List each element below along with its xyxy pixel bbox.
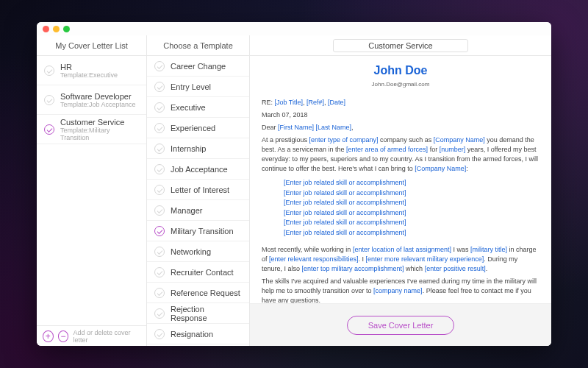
date-line: March 07, 2018 bbox=[262, 110, 539, 120]
footer-hint: Add or delete cover letter bbox=[73, 329, 140, 344]
paragraph-2: Most recently, while working in [enter l… bbox=[262, 245, 539, 274]
check-icon bbox=[154, 288, 165, 298]
template-label: Internship bbox=[171, 144, 206, 153]
document-body[interactable]: John Doe John.Doe@gmail.com RE: [Job Tit… bbox=[250, 56, 551, 303]
check-icon bbox=[44, 95, 54, 105]
template-item[interactable]: Resignation bbox=[147, 324, 249, 344]
check-icon bbox=[154, 226, 165, 236]
template-list-panel: Choose a Template Career ChangeEntry Lev… bbox=[147, 35, 250, 346]
template-label: Reference Request bbox=[171, 289, 240, 297]
placeholder: [Last Name] bbox=[316, 124, 352, 131]
template-item[interactable]: Experienced bbox=[147, 118, 249, 138]
item-template: Template:Executive bbox=[60, 71, 118, 79]
placeholder: [Ref#] bbox=[306, 99, 324, 106]
app-window: My Cover Letter List HRTemplate:Executiv… bbox=[37, 22, 551, 346]
check-icon bbox=[154, 267, 165, 277]
cover-letter-list-heading: My Cover Letter List bbox=[37, 35, 146, 56]
template-label: Recruiter Contact bbox=[171, 268, 234, 277]
template-label: Job Acceptance bbox=[171, 165, 228, 174]
cover-letter-item[interactable]: HRTemplate:Executive bbox=[37, 56, 146, 85]
template-list-heading: Choose a Template bbox=[147, 35, 249, 56]
check-icon bbox=[154, 308, 165, 319]
template-item[interactable]: Manager bbox=[147, 200, 249, 221]
cover-letter-item[interactable]: Software DeveloperTemplate:Job Acceptanc… bbox=[37, 85, 146, 115]
delete-cover-letter-button[interactable]: − bbox=[58, 330, 69, 342]
cover-letter-item[interactable]: Customer ServiceTemplate:Military Transi… bbox=[37, 115, 146, 144]
check-icon bbox=[154, 205, 165, 216]
template-item[interactable]: Recruiter Contact bbox=[147, 262, 249, 283]
item-template: Template:Job Acceptance bbox=[60, 101, 136, 108]
template-list: Career ChangeEntry LevelExecutiveExperie… bbox=[147, 56, 249, 346]
template-label: Manager bbox=[171, 206, 202, 215]
template-item[interactable]: Internship bbox=[147, 138, 249, 159]
template-item[interactable]: Letter of Interest bbox=[147, 180, 249, 200]
item-name: Software Developer bbox=[60, 92, 136, 101]
placeholder: [Job Title] bbox=[275, 99, 304, 106]
item-name: HR bbox=[60, 63, 118, 71]
bullet-item: [Enter job related skill or accomplishme… bbox=[284, 178, 539, 188]
template-item[interactable]: Rejection Response bbox=[147, 303, 249, 324]
check-icon bbox=[154, 123, 165, 133]
template-item[interactable]: Job Acceptance bbox=[147, 159, 249, 180]
paragraph-1: At a prestigious [enter type of company]… bbox=[262, 135, 539, 174]
template-label: Entry Level bbox=[171, 82, 211, 91]
close-icon[interactable] bbox=[43, 26, 49, 32]
check-icon bbox=[154, 164, 165, 174]
template-label: Letter of Interest bbox=[171, 185, 229, 194]
template-item[interactable]: Reference Request bbox=[147, 283, 249, 303]
placeholder: [First Name] bbox=[278, 124, 314, 131]
bullet-item: [Enter job related skill or accomplishme… bbox=[284, 228, 539, 238]
check-icon bbox=[154, 102, 165, 113]
placeholder: [Date] bbox=[328, 99, 345, 106]
check-icon bbox=[154, 144, 165, 154]
greeting-line: Dear [First Name] [Last Name], bbox=[262, 123, 539, 132]
item-name: Customer Service bbox=[60, 118, 139, 127]
cover-letter-list-footer: + − Add or delete cover letter bbox=[37, 325, 146, 346]
bullet-item: [Enter job related skill or accomplishme… bbox=[284, 218, 539, 228]
main-columns: My Cover Letter List HRTemplate:Executiv… bbox=[37, 35, 551, 346]
document-footer: Save Cover Letter bbox=[250, 303, 551, 346]
check-icon bbox=[154, 329, 165, 339]
cover-letter-list: HRTemplate:ExecutiveSoftware DeveloperTe… bbox=[37, 56, 146, 325]
bullet-list: [Enter job related skill or accomplishme… bbox=[262, 177, 539, 242]
template-item[interactable]: Executive bbox=[147, 97, 249, 118]
document-header bbox=[250, 35, 551, 56]
re-line: RE: [Job Title], [Ref#], [Date] bbox=[262, 98, 539, 107]
template-label: Career Change bbox=[171, 62, 226, 71]
minimize-icon[interactable] bbox=[53, 26, 60, 32]
paragraph-3: The skills I've acquired and valuable ex… bbox=[262, 277, 539, 303]
add-cover-letter-button[interactable]: + bbox=[43, 330, 54, 342]
check-icon bbox=[154, 185, 165, 195]
applicant-email: John.Doe@gmail.com bbox=[262, 80, 539, 89]
check-icon bbox=[154, 247, 165, 257]
template-item[interactable]: Military Transition bbox=[147, 221, 249, 241]
cover-letter-list-panel: My Cover Letter List HRTemplate:Executiv… bbox=[37, 35, 147, 346]
template-label: Executive bbox=[171, 103, 206, 112]
item-template: Template:Military Transition bbox=[60, 127, 139, 141]
template-item[interactable]: Entry Level bbox=[147, 77, 249, 97]
bullet-item: [Enter job related skill or accomplishme… bbox=[284, 198, 539, 208]
template-item[interactable]: Networking bbox=[147, 241, 249, 262]
check-icon bbox=[44, 124, 54, 135]
template-label: Networking bbox=[171, 247, 211, 256]
template-label: Experienced bbox=[171, 124, 215, 132]
check-icon bbox=[154, 82, 165, 92]
template-item[interactable]: Career Change bbox=[147, 56, 249, 77]
check-icon bbox=[44, 66, 54, 76]
template-label: Resignation bbox=[171, 330, 213, 339]
bullet-item: [Enter job related skill or accomplishme… bbox=[284, 188, 539, 199]
template-label: Rejection Response bbox=[171, 305, 242, 322]
document-title-input[interactable] bbox=[333, 39, 468, 52]
bullet-item: [Enter job related skill or accomplishme… bbox=[284, 208, 539, 219]
save-button[interactable]: Save Cover Letter bbox=[347, 316, 455, 335]
window-titlebar bbox=[37, 22, 551, 35]
document-panel: John Doe John.Doe@gmail.com RE: [Job Tit… bbox=[250, 35, 551, 346]
maximize-icon[interactable] bbox=[63, 26, 70, 32]
check-icon bbox=[154, 61, 165, 71]
applicant-name: John Doe bbox=[262, 62, 539, 79]
template-label: Military Transition bbox=[171, 227, 234, 236]
